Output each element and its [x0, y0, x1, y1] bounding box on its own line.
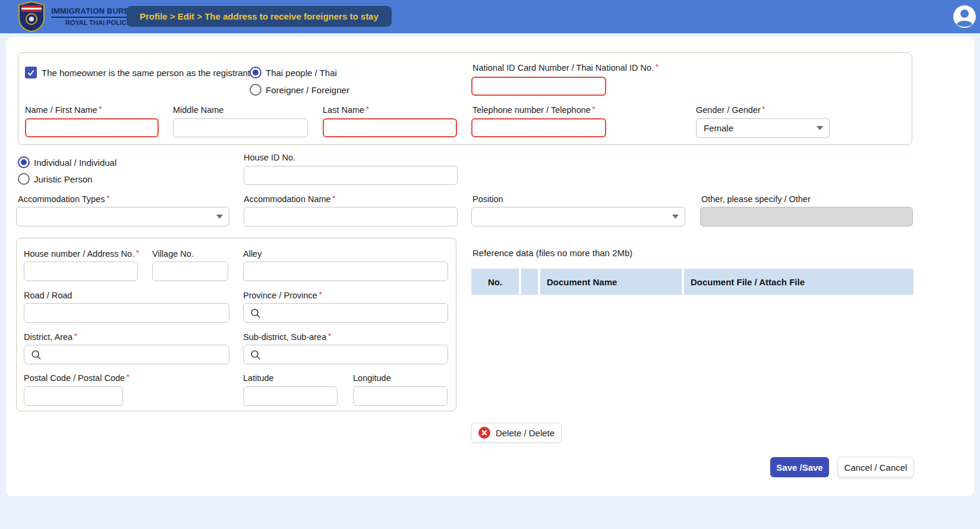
- postal-code-input[interactable]: [24, 386, 123, 406]
- first-name-label: Name / First Name*: [25, 105, 102, 115]
- breadcrumb: Profile > Edit > The address to receive …: [127, 6, 392, 27]
- longitude-label: Longitude: [353, 373, 391, 383]
- table-header-no: No.: [471, 269, 519, 295]
- first-name-input[interactable]: [25, 118, 159, 137]
- postal-code-label: Postal Code / Postal Code*: [24, 373, 129, 383]
- middle-name-input[interactable]: [173, 118, 308, 137]
- accommodation-name-input[interactable]: [244, 207, 458, 226]
- cancel-button[interactable]: Cancel / Cancel: [838, 457, 913, 477]
- required-asterisk: *: [106, 194, 109, 201]
- middle-name-label: Middle Name: [173, 105, 223, 115]
- house-number-label: House number / Address No.*: [24, 249, 138, 259]
- radio-individual-label: Individual / Individual: [34, 158, 116, 168]
- required-asterisk: *: [74, 332, 77, 339]
- search-icon: [250, 349, 261, 360]
- required-asterisk: *: [328, 332, 330, 339]
- required-asterisk: *: [333, 194, 335, 201]
- immigration-bureau-shield-icon: [17, 1, 46, 32]
- radio-individual[interactable]: [18, 156, 30, 168]
- other-specify-input: [700, 207, 913, 226]
- accommodation-name-label: Accommodation Name*: [244, 194, 335, 204]
- homeowner-checkbox[interactable]: [25, 67, 37, 78]
- road-input[interactable]: [24, 303, 229, 323]
- house-id-input[interactable]: [244, 166, 458, 185]
- radio-dot: [253, 70, 259, 75]
- province-search-input[interactable]: [243, 303, 448, 323]
- search-icon: [31, 349, 42, 360]
- district-label: District, Area*: [24, 332, 77, 342]
- telephone-label: Telephone number / Telephone*: [472, 105, 595, 115]
- required-asterisk: *: [127, 373, 129, 380]
- telephone-input[interactable]: [471, 118, 606, 137]
- gender-select[interactable]: Female: [696, 118, 830, 138]
- longitude-input[interactable]: [353, 386, 448, 406]
- required-asterisk: *: [762, 105, 765, 112]
- last-name-label: Last Name*: [323, 105, 368, 115]
- road-label: Road / Road: [24, 291, 72, 300]
- table-header-document-file: Document File / Attach File: [684, 269, 913, 295]
- alley-label: Alley: [243, 249, 261, 259]
- subdistrict-search-input[interactable]: [243, 345, 448, 364]
- required-asterisk: *: [593, 105, 595, 112]
- accommodation-types-select[interactable]: [16, 207, 229, 226]
- gender-label: Gender / Gender*: [696, 105, 765, 115]
- latitude-input[interactable]: [243, 386, 338, 406]
- table-header-blank: [521, 269, 538, 295]
- district-search-input[interactable]: [24, 345, 229, 364]
- national-id-label: National ID Card Number / Thai National …: [472, 63, 658, 73]
- national-id-input[interactable]: [471, 77, 606, 96]
- delete-x-icon: [478, 427, 490, 439]
- village-no-label: Village No.: [152, 249, 194, 259]
- last-name-input[interactable]: [323, 118, 457, 137]
- gender-select-value: Female: [704, 123, 733, 133]
- position-select[interactable]: [471, 207, 685, 226]
- table-header-document-name: Document Name: [540, 269, 682, 295]
- house-id-label: House ID No.: [244, 153, 295, 162]
- radio-juristic-person[interactable]: [18, 173, 30, 185]
- position-label: Position: [472, 194, 503, 204]
- check-icon: [27, 68, 35, 77]
- delete-button[interactable]: Delete / Delete: [471, 423, 562, 443]
- page: IMMIGRATION BUREAU ROYAL THAI POLICE Pro…: [0, 0, 980, 529]
- save-button[interactable]: Save /Save: [770, 457, 829, 477]
- reference-data-title: Reference data (files no more than 2Mb): [472, 248, 632, 258]
- required-asterisk: *: [656, 63, 658, 70]
- alley-input[interactable]: [243, 262, 448, 281]
- delete-button-label: Delete / Delete: [496, 428, 554, 438]
- app-header: IMMIGRATION BUREAU ROYAL THAI POLICE Pro…: [0, 0, 980, 33]
- required-asterisk: *: [366, 105, 368, 112]
- radio-thai-people-label: Thai people / Thai: [266, 68, 337, 78]
- required-asterisk: *: [99, 105, 102, 112]
- radio-foreigner[interactable]: [250, 84, 261, 96]
- radio-dot: [21, 159, 27, 165]
- village-no-input[interactable]: [152, 262, 228, 281]
- search-icon: [250, 308, 261, 319]
- latitude-label: Latitude: [243, 373, 274, 383]
- required-asterisk: *: [319, 291, 322, 298]
- user-avatar-icon[interactable]: [953, 5, 976, 29]
- accommodation-types-label: Accommodation Types*: [18, 194, 109, 204]
- other-specify-label: Other, please specify / Other: [701, 194, 811, 204]
- radio-juristic-person-label: Juristic Person: [34, 174, 92, 184]
- radio-thai-people[interactable]: [250, 67, 261, 78]
- radio-foreigner-label: Foreigner / Foreigner: [266, 85, 349, 95]
- subdistrict-label: Sub-district, Sub-area*: [243, 332, 331, 342]
- required-asterisk: *: [136, 249, 138, 256]
- province-label: Province / Province*: [243, 291, 322, 300]
- homeowner-checkbox-label: The homeowner is the same person as the …: [42, 68, 253, 78]
- house-number-input[interactable]: [24, 262, 138, 281]
